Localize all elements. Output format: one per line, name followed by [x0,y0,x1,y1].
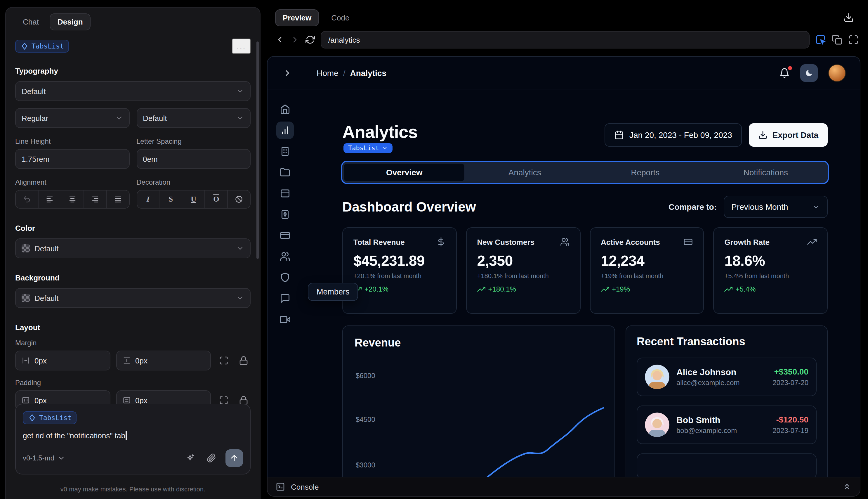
align-right-icon[interactable] [84,191,107,208]
preview-tab-bar: Preview Code [267,0,868,28]
transaction-row[interactable]: Bob Smith bob@example.com -$120.50 2023-… [637,405,817,444]
model-select[interactable]: v0-1.5-md [23,454,65,462]
font-size-select[interactable]: Default [136,108,251,128]
tab-code[interactable]: Code [324,9,357,26]
transactions-title: Recent Transactions [637,336,817,348]
sidebar-members-icon[interactable] [276,248,294,265]
enhance-prompt-icon[interactable] [183,451,197,465]
transaction-row[interactable]: Alice Johnson alice@example.com +$350.00… [637,357,817,396]
selected-element-label: TabsList [32,42,64,50]
font-family-select[interactable]: Default [15,81,251,101]
page-title: Analytics [342,123,418,141]
back-icon[interactable] [275,35,284,45]
y-tick: $3000 [356,461,375,469]
trending-up-icon [807,237,817,246]
align-justify-icon[interactable] [107,191,129,208]
tabs-list: Overview Analytics Reports Notifications [342,162,828,183]
download-icon[interactable] [841,10,856,25]
padding-horizontal-icon [22,396,30,404]
sidebar-building-icon[interactable] [276,143,294,160]
refresh-icon[interactable] [306,35,315,45]
tab-analytics[interactable]: Analytics [465,163,585,181]
tab-design[interactable]: Design [50,13,90,31]
decoration-label: Decoration [136,178,251,186]
compare-label: Compare to: [669,202,717,211]
transaction-row-partial[interactable] [637,453,817,477]
compare-select[interactable]: Previous Month [724,196,828,218]
forward-icon[interactable] [290,35,300,45]
fullscreen-icon[interactable] [848,35,859,45]
sidebar-toggle-icon[interactable] [283,68,292,77]
panel-menu-button[interactable]: ... [232,39,251,54]
checker-swatch-icon [22,244,30,253]
color-select[interactable]: Default [15,239,251,258]
composer-context-chip[interactable]: TabsList [23,411,77,424]
overline-icon[interactable]: O [205,191,228,208]
sidebar-home-icon[interactable] [276,100,294,118]
tab-overview[interactable]: Overview [344,163,465,181]
url-input[interactable]: /analytics [321,31,809,49]
undo-icon[interactable] [16,191,39,208]
panel-tab-bar: Chat Design [6,8,260,33]
tab-chat[interactable]: Chat [15,13,47,31]
line-height-input[interactable]: 1.75rem [15,149,129,169]
expand-console-icon[interactable] [842,482,852,491]
sidebar-security-icon[interactable] [276,269,294,286]
send-button[interactable] [225,449,243,467]
panel-scrollbar[interactable] [257,41,259,259]
app-preview-frame: Home / Analytics [267,56,860,477]
export-data-button[interactable]: Export Data [749,123,828,147]
padding-vertical-icon [122,396,131,404]
chat-composer[interactable]: TabsList get rid of the "notifications" … [15,404,251,474]
sidebar-messages-icon[interactable] [276,290,294,307]
lock-margin-icon[interactable] [237,353,251,367]
sidebar-pages-icon[interactable] [276,185,294,202]
stat-card-new-customers: New Customers 2,350 +180.1% from last mo… [466,227,581,314]
console-bar[interactable]: Console [267,477,860,497]
breadcrumb-home[interactable]: Home [317,68,338,77]
selected-element-chip[interactable]: TabsList [15,40,69,52]
sidebar-folder-icon[interactable] [276,163,294,181]
users-icon [560,237,569,246]
theme-toggle-button[interactable] [800,64,818,82]
strikethrough-icon[interactable]: S [160,191,183,208]
margin-vertical-icon [122,356,131,365]
tab-reports[interactable]: Reports [585,163,706,181]
avatar [645,365,669,389]
padding-label: Padding [15,379,251,387]
attachment-icon[interactable] [204,451,219,465]
tab-preview[interactable]: Preview [275,9,319,26]
italic-icon[interactable]: I [137,191,160,208]
inspect-mode-icon[interactable] [816,35,826,45]
font-weight-select[interactable]: Regular [15,108,129,128]
chevron-down-icon [236,114,244,122]
stat-card-total-revenue: Total Revenue $45,231.89 +20.1% from las… [342,227,457,314]
console-label: Console [291,482,319,491]
stat-card-growth-rate: Growth Rate 18.6% +5.4% from last month … [714,227,828,314]
user-avatar[interactable] [828,64,846,82]
expand-margin-icon[interactable] [217,353,231,367]
sidebar-video-icon[interactable] [276,311,294,328]
margin-y-input[interactable]: 0px [116,351,211,370]
no-decoration-icon[interactable] [228,191,250,208]
composer-input[interactable]: get rid of the "notifications" tab [23,431,243,440]
notifications-bell-icon[interactable] [779,68,790,78]
breadcrumb-separator: / [343,68,346,77]
v0-workspace: Chat Design TabsList ... Typography Defa… [0,0,868,499]
margin-x-input[interactable]: 0px [15,351,110,370]
app-body: Members Analytics TabsList [268,89,860,477]
sidebar-cards-icon[interactable] [276,227,294,244]
date-range-picker[interactable]: Jan 20, 2023 - Feb 09, 2023 [604,123,742,147]
background-select[interactable]: Default [15,288,251,308]
align-center-icon[interactable] [61,191,84,208]
revenue-title: Revenue [355,337,603,350]
underline-icon[interactable]: U [183,191,205,208]
letter-spacing-input[interactable]: 0em [136,149,251,169]
text-cursor [126,431,127,440]
sidebar-billing-icon[interactable] [276,206,294,223]
sidebar-analytics-icon[interactable] [276,122,294,139]
tab-notifications[interactable]: Notifications [706,163,826,181]
selection-badge[interactable]: TabsList [344,143,393,153]
align-left-icon[interactable] [39,191,61,208]
copy-icon[interactable] [832,35,842,45]
